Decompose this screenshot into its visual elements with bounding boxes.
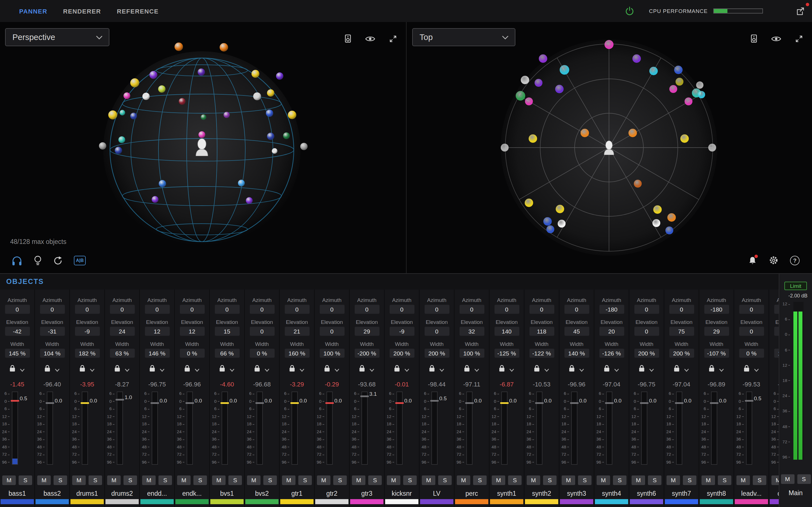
lock-icon[interactable] [604, 364, 610, 374]
fader-track[interactable] [501, 392, 507, 465]
audio-object[interactable] [653, 205, 662, 214]
lock-icon[interactable] [219, 364, 225, 374]
fader-handle[interactable] [640, 402, 649, 404]
fader-track[interactable] [676, 392, 682, 465]
width-value[interactable]: 200 % [389, 349, 414, 358]
audio-object[interactable] [266, 110, 273, 117]
audio-object[interactable] [555, 85, 564, 93]
tab[interactable]: REFERENCE [117, 8, 158, 14]
audio-object[interactable] [115, 147, 122, 154]
fader-handle[interactable] [325, 402, 334, 404]
elevation-value[interactable]: 0 [634, 327, 659, 336]
chevron-down-icon[interactable] [20, 364, 25, 374]
azimuth-value[interactable]: 0 [459, 305, 484, 314]
audio-object[interactable] [108, 110, 117, 119]
chevron-down-icon[interactable] [614, 364, 619, 374]
audio-object[interactable] [516, 91, 525, 101]
help-icon[interactable]: ? [790, 256, 800, 265]
lock-icon[interactable] [254, 364, 260, 374]
width-value[interactable]: 200 % [634, 349, 659, 358]
fader-handle[interactable] [570, 402, 578, 404]
fader-track[interactable] [361, 392, 368, 465]
elevation-value[interactable]: 12 [180, 327, 204, 336]
audio-object[interactable] [543, 217, 552, 226]
lock-icon[interactable] [744, 364, 749, 374]
azimuth-value[interactable]: 0 [145, 305, 169, 314]
solo-button[interactable]: S [298, 475, 312, 485]
audio-object[interactable] [675, 78, 683, 86]
lock-icon[interactable] [709, 364, 714, 374]
chevron-down-icon[interactable] [439, 364, 444, 374]
lock-icon[interactable] [499, 364, 505, 374]
audio-object[interactable] [680, 134, 689, 143]
elevation-value[interactable]: 12 [145, 327, 169, 336]
audio-object[interactable] [698, 91, 705, 98]
audio-object[interactable] [198, 68, 205, 76]
fader-track[interactable] [571, 392, 577, 465]
fader-handle[interactable] [46, 402, 54, 404]
chevron-down-icon[interactable] [544, 364, 549, 374]
solo-button[interactable]: S [229, 475, 242, 485]
chevron-down-icon[interactable] [160, 364, 165, 374]
width-value[interactable]: 182 % [75, 349, 100, 358]
audio-object[interactable] [580, 129, 589, 137]
solo-button[interactable]: S [368, 475, 382, 485]
solo-button[interactable]: S [683, 475, 696, 485]
fader-track[interactable] [746, 392, 752, 465]
chevron-down-icon[interactable] [230, 364, 235, 374]
fader-handle[interactable] [710, 402, 718, 404]
fader-handle[interactable] [151, 402, 159, 404]
audio-object[interactable] [238, 180, 245, 186]
elevation-value[interactable]: -9 [75, 327, 100, 336]
lock-icon[interactable] [359, 364, 365, 374]
speaker-icon[interactable] [751, 34, 757, 43]
solo-button[interactable]: S [263, 475, 277, 485]
elevation-value[interactable]: 29 [704, 327, 729, 336]
audio-object[interactable] [159, 180, 166, 187]
limit-button[interactable]: Limit [784, 282, 807, 290]
fader-track[interactable] [257, 392, 263, 465]
azimuth-value[interactable]: 0 [180, 305, 204, 314]
mute-button[interactable]: M [737, 475, 750, 485]
audio-object[interactable] [267, 89, 274, 97]
audio-object[interactable] [558, 220, 566, 228]
audio-object[interactable] [628, 129, 637, 137]
fader-track[interactable] [536, 392, 543, 465]
azimuth-value[interactable]: 0 [669, 305, 694, 314]
view-mode-dropdown[interactable]: Top [412, 28, 515, 46]
lock-icon[interactable] [324, 364, 330, 374]
chevron-down-icon[interactable] [649, 364, 654, 374]
lock-icon[interactable] [464, 364, 470, 374]
mute-button[interactable]: M [527, 475, 540, 485]
audio-object[interactable] [123, 93, 130, 99]
audio-object[interactable] [665, 226, 673, 234]
chevron-down-icon[interactable] [474, 364, 479, 374]
chevron-down-icon[interactable] [124, 364, 130, 374]
audio-object[interactable] [220, 43, 228, 52]
main-solo-button[interactable]: S [797, 474, 811, 484]
azimuth-value[interactable]: 0 [634, 305, 659, 314]
solo-button[interactable]: S [438, 475, 452, 485]
solo-button[interactable]: S [473, 475, 487, 485]
audio-object[interactable] [199, 131, 205, 138]
audio-object[interactable] [649, 67, 658, 75]
mute-button[interactable]: M [2, 475, 16, 485]
chevron-down-icon[interactable] [509, 364, 514, 374]
azimuth-value[interactable]: 0 [389, 305, 414, 314]
mute-button[interactable]: M [631, 475, 645, 485]
notifications-bell-icon[interactable] [748, 256, 757, 265]
solo-button[interactable]: S [89, 475, 102, 485]
fader-track[interactable] [432, 392, 438, 465]
mute-button[interactable]: M [562, 475, 575, 485]
azimuth-value[interactable]: -180 [599, 305, 624, 314]
audio-object[interactable] [223, 112, 230, 118]
chevron-down-icon[interactable] [754, 364, 759, 374]
chevron-down-icon[interactable] [55, 364, 60, 374]
azimuth-value[interactable]: 0 [75, 305, 100, 314]
width-value[interactable]: 63 % [110, 349, 135, 358]
audio-object[interactable] [669, 85, 677, 93]
azimuth-value[interactable]: -180 [704, 305, 729, 314]
view-mode-dropdown[interactable]: Perspective [5, 28, 109, 46]
azimuth-value[interactable]: 0 [494, 305, 519, 314]
fader-handle[interactable] [255, 402, 264, 404]
